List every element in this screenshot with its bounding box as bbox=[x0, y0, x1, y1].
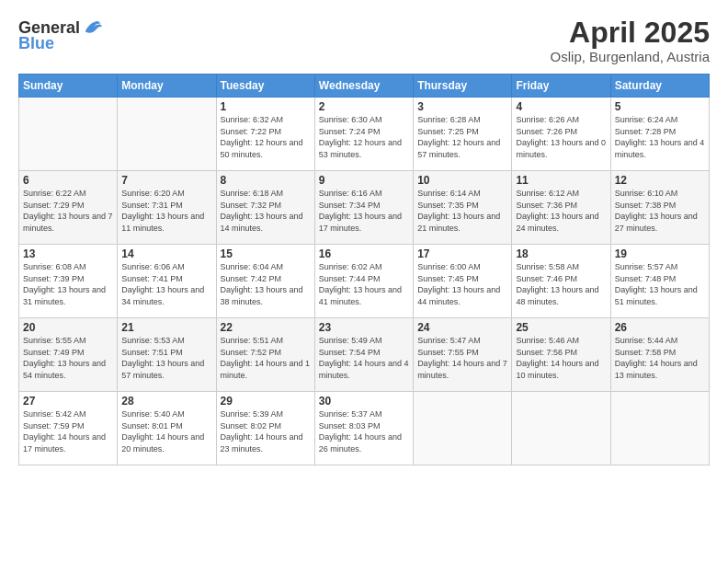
day-number: 11 bbox=[516, 174, 606, 187]
day-number: 15 bbox=[221, 247, 311, 260]
table-row: 15Sunrise: 6:04 AMSunset: 7:42 PMDayligh… bbox=[216, 245, 314, 318]
day-number: 7 bbox=[121, 174, 211, 187]
day-number: 5 bbox=[615, 100, 705, 113]
day-info: Sunrise: 6:12 AMSunset: 7:36 PMDaylight:… bbox=[516, 188, 606, 234]
day-number: 10 bbox=[417, 174, 507, 187]
day-info: Sunrise: 6:06 AMSunset: 7:41 PMDaylight:… bbox=[121, 261, 211, 307]
day-info: Sunrise: 5:51 AMSunset: 7:52 PMDaylight:… bbox=[221, 335, 311, 381]
day-number: 22 bbox=[221, 321, 311, 334]
col-sunday: Sunday bbox=[19, 75, 118, 98]
day-number: 20 bbox=[23, 321, 113, 334]
day-number: 16 bbox=[319, 247, 409, 260]
col-monday: Monday bbox=[118, 75, 216, 98]
table-row: 10Sunrise: 6:14 AMSunset: 7:35 PMDayligh… bbox=[414, 171, 512, 245]
day-number: 28 bbox=[121, 395, 211, 408]
table-row: 3Sunrise: 6:28 AMSunset: 7:25 PMDaylight… bbox=[414, 98, 512, 171]
day-info: Sunrise: 5:46 AMSunset: 7:56 PMDaylight:… bbox=[516, 335, 606, 381]
day-info: Sunrise: 6:14 AMSunset: 7:35 PMDaylight:… bbox=[417, 188, 507, 234]
col-tuesday: Tuesday bbox=[216, 75, 314, 98]
table-row: 6Sunrise: 6:22 AMSunset: 7:29 PMDaylight… bbox=[19, 171, 118, 245]
page-title: April 2025 bbox=[551, 17, 710, 49]
table-row: 5Sunrise: 6:24 AMSunset: 7:28 PMDaylight… bbox=[610, 98, 709, 171]
title-block: April 2025 Oslip, Burgenland, Austria bbox=[551, 17, 710, 64]
day-info: Sunrise: 6:22 AMSunset: 7:29 PMDaylight:… bbox=[23, 188, 113, 234]
table-row: 8Sunrise: 6:18 AMSunset: 7:32 PMDaylight… bbox=[216, 171, 314, 245]
day-info: Sunrise: 6:16 AMSunset: 7:34 PMDaylight:… bbox=[319, 188, 409, 234]
day-number: 1 bbox=[221, 100, 311, 113]
day-number: 27 bbox=[23, 395, 113, 408]
page-subtitle: Oslip, Burgenland, Austria bbox=[551, 49, 710, 64]
table-row: 26Sunrise: 5:44 AMSunset: 7:58 PMDayligh… bbox=[610, 318, 709, 392]
day-number: 3 bbox=[417, 100, 507, 113]
table-row: 7Sunrise: 6:20 AMSunset: 7:31 PMDaylight… bbox=[118, 171, 216, 245]
day-number: 21 bbox=[121, 321, 211, 334]
day-info: Sunrise: 6:30 AMSunset: 7:24 PMDaylight:… bbox=[319, 114, 409, 160]
table-row bbox=[610, 392, 709, 465]
table-row: 23Sunrise: 5:49 AMSunset: 7:54 PMDayligh… bbox=[314, 318, 413, 392]
table-row: 17Sunrise: 6:00 AMSunset: 7:45 PMDayligh… bbox=[414, 245, 512, 318]
day-number: 19 bbox=[615, 247, 705, 260]
day-info: Sunrise: 6:18 AMSunset: 7:32 PMDaylight:… bbox=[221, 188, 311, 234]
day-info: Sunrise: 6:10 AMSunset: 7:38 PMDaylight:… bbox=[615, 188, 705, 234]
day-info: Sunrise: 5:49 AMSunset: 7:54 PMDaylight:… bbox=[319, 335, 409, 381]
day-info: Sunrise: 5:55 AMSunset: 7:49 PMDaylight:… bbox=[23, 335, 113, 381]
day-number: 23 bbox=[319, 321, 409, 334]
table-row: 2Sunrise: 6:30 AMSunset: 7:24 PMDaylight… bbox=[314, 98, 413, 171]
day-number: 6 bbox=[23, 174, 113, 187]
table-row bbox=[19, 98, 118, 171]
calendar-week-row: 13Sunrise: 6:08 AMSunset: 7:39 PMDayligh… bbox=[19, 245, 710, 318]
calendar-week-row: 6Sunrise: 6:22 AMSunset: 7:29 PMDaylight… bbox=[19, 171, 710, 245]
table-row: 28Sunrise: 5:40 AMSunset: 8:01 PMDayligh… bbox=[118, 392, 216, 465]
day-number: 30 bbox=[319, 395, 409, 408]
table-row: 22Sunrise: 5:51 AMSunset: 7:52 PMDayligh… bbox=[216, 318, 314, 392]
day-number: 12 bbox=[615, 174, 705, 187]
table-row: 24Sunrise: 5:47 AMSunset: 7:55 PMDayligh… bbox=[414, 318, 512, 392]
day-number: 17 bbox=[417, 247, 507, 260]
day-number: 8 bbox=[221, 174, 311, 187]
calendar-week-row: 20Sunrise: 5:55 AMSunset: 7:49 PMDayligh… bbox=[19, 318, 710, 392]
day-number: 14 bbox=[121, 247, 211, 260]
day-number: 4 bbox=[516, 100, 606, 113]
table-row: 13Sunrise: 6:08 AMSunset: 7:39 PMDayligh… bbox=[19, 245, 118, 318]
day-number: 25 bbox=[516, 321, 606, 334]
day-info: Sunrise: 6:20 AMSunset: 7:31 PMDaylight:… bbox=[121, 188, 211, 234]
table-row: 14Sunrise: 6:06 AMSunset: 7:41 PMDayligh… bbox=[118, 245, 216, 318]
calendar-week-row: 1Sunrise: 6:32 AMSunset: 7:22 PMDaylight… bbox=[19, 98, 710, 171]
day-info: Sunrise: 6:32 AMSunset: 7:22 PMDaylight:… bbox=[221, 114, 311, 160]
col-wednesday: Wednesday bbox=[314, 75, 413, 98]
table-row: 25Sunrise: 5:46 AMSunset: 7:56 PMDayligh… bbox=[512, 318, 610, 392]
table-row: 30Sunrise: 5:37 AMSunset: 8:03 PMDayligh… bbox=[314, 392, 413, 465]
table-row: 12Sunrise: 6:10 AMSunset: 7:38 PMDayligh… bbox=[610, 171, 709, 245]
day-number: 26 bbox=[615, 321, 705, 334]
table-row bbox=[414, 392, 512, 465]
day-info: Sunrise: 5:44 AMSunset: 7:58 PMDaylight:… bbox=[615, 335, 705, 381]
table-row: 21Sunrise: 5:53 AMSunset: 7:51 PMDayligh… bbox=[118, 318, 216, 392]
table-row: 29Sunrise: 5:39 AMSunset: 8:02 PMDayligh… bbox=[216, 392, 314, 465]
table-row: 19Sunrise: 5:57 AMSunset: 7:48 PMDayligh… bbox=[610, 245, 709, 318]
logo-blue: Blue bbox=[18, 35, 54, 52]
day-info: Sunrise: 6:28 AMSunset: 7:25 PMDaylight:… bbox=[417, 114, 507, 160]
logo: General Blue bbox=[18, 17, 102, 52]
day-info: Sunrise: 5:47 AMSunset: 7:55 PMDaylight:… bbox=[417, 335, 507, 381]
table-row: 4Sunrise: 6:26 AMSunset: 7:26 PMDaylight… bbox=[512, 98, 610, 171]
calendar-table: Sunday Monday Tuesday Wednesday Thursday… bbox=[18, 74, 710, 465]
day-info: Sunrise: 6:08 AMSunset: 7:39 PMDaylight:… bbox=[23, 261, 113, 307]
logo-bird-icon bbox=[82, 17, 102, 37]
table-row: 9Sunrise: 6:16 AMSunset: 7:34 PMDaylight… bbox=[314, 171, 413, 245]
col-saturday: Saturday bbox=[610, 75, 709, 98]
table-row: 18Sunrise: 5:58 AMSunset: 7:46 PMDayligh… bbox=[512, 245, 610, 318]
day-info: Sunrise: 5:40 AMSunset: 8:01 PMDaylight:… bbox=[121, 408, 211, 454]
col-friday: Friday bbox=[512, 75, 610, 98]
day-number: 2 bbox=[319, 100, 409, 113]
day-info: Sunrise: 5:39 AMSunset: 8:02 PMDaylight:… bbox=[221, 408, 311, 454]
page: General Blue April 2025 Oslip, Burgenlan… bbox=[0, 0, 728, 563]
day-number: 24 bbox=[417, 321, 507, 334]
table-row bbox=[512, 392, 610, 465]
day-info: Sunrise: 6:26 AMSunset: 7:26 PMDaylight:… bbox=[516, 114, 606, 160]
day-info: Sunrise: 5:53 AMSunset: 7:51 PMDaylight:… bbox=[121, 335, 211, 381]
day-info: Sunrise: 5:58 AMSunset: 7:46 PMDaylight:… bbox=[516, 261, 606, 307]
table-row: 27Sunrise: 5:42 AMSunset: 7:59 PMDayligh… bbox=[19, 392, 118, 465]
table-row: 20Sunrise: 5:55 AMSunset: 7:49 PMDayligh… bbox=[19, 318, 118, 392]
table-row: 16Sunrise: 6:02 AMSunset: 7:44 PMDayligh… bbox=[314, 245, 413, 318]
day-info: Sunrise: 5:57 AMSunset: 7:48 PMDaylight:… bbox=[615, 261, 705, 307]
